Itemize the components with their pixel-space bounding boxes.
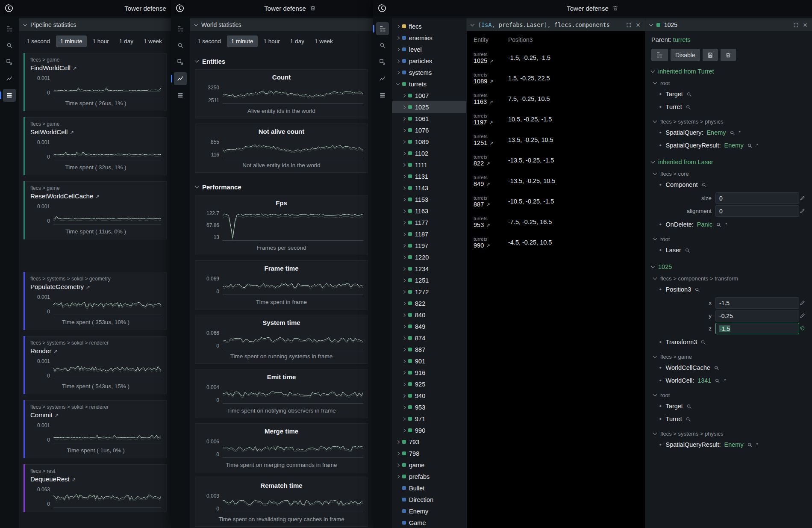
entity-link[interactable]: 887↗ [474,201,508,208]
search-icon[interactable] [686,404,692,409]
tree-item-1187[interactable]: 1187 [392,228,466,240]
tree-item-990[interactable]: 990 [392,425,466,436]
component-name[interactable]: Laser [666,247,681,254]
time-range-1-minute[interactable]: 1 minute [227,35,258,47]
close-icon[interactable]: × [635,21,641,28]
stat-name-link[interactable]: Render↗ [30,347,161,354]
tree-item-enemies[interactable]: enemies [392,32,466,44]
time-range-1-day[interactable]: 1 day [286,35,309,47]
search-icon[interactable] [686,91,692,97]
tree-item-turrets[interactable]: turrets [392,78,466,90]
component-value-link[interactable]: Enemy [724,142,744,149]
search-icon[interactable] [701,182,707,188]
component-name[interactable]: Target [666,91,683,97]
inspector-section-header[interactable]: inherited from Turret [651,68,806,75]
component-group-header[interactable]: root [653,392,806,398]
component-name[interactable]: Component [666,181,698,188]
tree-item-1251[interactable]: 1251 [392,274,466,286]
tree-item-Game[interactable]: Game [392,517,466,528]
time-range-1-week[interactable]: 1 week [310,35,337,47]
section-header-entities[interactable]: Entities [190,52,373,69]
tree-item-822[interactable]: 822 [392,298,466,309]
search-icon[interactable] [700,339,706,345]
inspect-icon[interactable] [376,56,389,68]
component-group-header[interactable]: flecs > systems > physics [653,118,806,125]
search-icon[interactable] [685,416,691,422]
component-name[interactable]: WorldCell: [666,377,694,384]
tree-item-1143[interactable]: 1143 [392,182,466,194]
world-panel-header[interactable]: World statistics [190,18,373,31]
search-icon[interactable] [3,39,16,52]
field-input-z[interactable]: -1.5 [715,323,799,334]
stats-icon[interactable] [376,89,389,102]
field-input-y[interactable]: -0.25 [715,310,799,322]
tree-item-game[interactable]: game [392,459,466,471]
search-icon[interactable] [694,287,700,292]
tree-item-793[interactable]: 793 [392,436,466,448]
component-name[interactable]: Turret [666,103,682,110]
stats-icon[interactable] [174,89,187,102]
tree-item-1025[interactable]: 1025 [392,101,466,113]
tree-item-971[interactable]: 971 [392,413,466,425]
entity-link[interactable]: 1197↗ [474,119,508,126]
tree-item-1220[interactable]: 1220 [392,251,466,263]
search-icon[interactable] [730,130,735,136]
time-range-1-second[interactable]: 1 second [193,35,225,47]
component-name[interactable]: Turret [666,416,682,422]
entity-link[interactable]: 1163↗ [474,98,508,105]
time-range-1-hour[interactable]: 1 hour [259,35,284,47]
component-name[interactable]: SpatialQuery: [666,129,703,136]
tree-item-916[interactable]: 916 [392,367,466,378]
entity-tree-icon[interactable] [376,22,389,35]
field-input-alignment[interactable]: 0 [715,205,799,217]
edit-pencil-icon[interactable] [800,208,806,214]
revert-icon[interactable] [800,326,806,331]
component-name[interactable]: WorldCellCache [666,364,711,371]
entity-link[interactable]: 822↗ [474,160,508,167]
tree-item-level[interactable]: level [392,44,466,55]
time-range-1-second[interactable]: 1 second [22,35,54,47]
tree-item-901[interactable]: 901 [392,355,466,367]
stat-name-link[interactable]: PopulateGeometry↗ [30,283,161,290]
tree-item-Direction[interactable]: Direction [392,494,466,505]
tree-item-798[interactable]: 798 [392,448,466,459]
edit-pencil-icon[interactable] [800,313,806,319]
search-icon[interactable] [747,442,753,448]
tree-item-925[interactable]: 925 [392,378,466,390]
edit-pencil-icon[interactable] [800,195,806,201]
tree-item-1234[interactable]: 1234 [392,263,466,274]
entity-link[interactable]: 1089↗ [474,78,508,85]
tree-item-1131[interactable]: 1131 [392,171,466,182]
component-group-header[interactable]: flecs > components > transform [653,275,806,282]
tree-item-particles[interactable]: particles [392,55,466,67]
time-range-1-hour[interactable]: 1 hour [88,35,113,47]
tree-item-Enemy[interactable]: Enemy [392,505,466,517]
delete-world-icon[interactable] [612,5,618,11]
tree-item-1076[interactable]: 1076 [392,124,466,136]
stat-name-link[interactable]: ResetWorldCellCache↗ [30,192,161,200]
chart-icon[interactable] [174,72,187,85]
tree-item-prefabs[interactable]: prefabs [392,471,466,482]
tree-item-1061[interactable]: 1061 [392,113,466,124]
component-name[interactable]: Transform3 [666,339,697,345]
query-expression[interactable]: (IsA, prefabs.Laser), flecs.components [478,21,622,28]
tree-item-1272[interactable]: 1272 [392,286,466,298]
component-group-header[interactable]: flecs > core [653,171,806,177]
stat-name-link[interactable]: FindWorldCell↗ [30,64,161,71]
save-button[interactable] [703,49,718,61]
search-icon[interactable] [376,39,389,52]
tree-item-systems[interactable]: systems [392,67,466,78]
tree-item-940[interactable]: 940 [392,390,466,401]
tree-item-1197[interactable]: 1197 [392,240,466,251]
field-input-x[interactable]: -1.5 [715,297,799,309]
delete-world-icon[interactable] [310,5,316,11]
section-header-performance[interactable]: Performance [190,178,373,195]
chevron-down-icon[interactable] [471,22,475,26]
search-icon[interactable] [716,222,721,227]
entity-link[interactable]: 849↗ [474,180,508,187]
tree-item-953[interactable]: 953 [392,401,466,413]
tree-item-1089[interactable]: 1089 [392,136,466,147]
component-name[interactable]: Target [666,403,683,410]
entity-link[interactable]: 1251↗ [474,139,508,146]
close-icon[interactable]: × [803,21,808,28]
